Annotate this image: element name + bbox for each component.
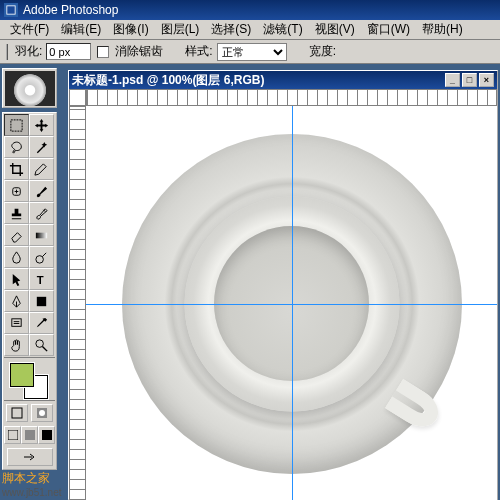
menu-window[interactable]: 窗口(W) xyxy=(361,19,416,40)
marquee-rect-tool[interactable] xyxy=(4,114,29,136)
zoom-tool[interactable] xyxy=(29,334,54,356)
pen-tool[interactable] xyxy=(4,290,29,312)
document-window: 未标题-1.psd @ 100%(图层 6,RGB) _ □ × xyxy=(68,70,498,500)
svg-point-8 xyxy=(36,339,44,347)
shape-tool[interactable] xyxy=(29,290,54,312)
menu-bar: 文件(F) 编辑(E) 图像(I) 图层(L) 选择(S) 滤镜(T) 视图(V… xyxy=(0,20,500,40)
stamp-tool[interactable] xyxy=(4,202,29,224)
screen-mode-full[interactable] xyxy=(38,426,55,444)
watermark: 脚本之家 www.jb51.net xyxy=(2,470,61,498)
svg-point-4 xyxy=(36,255,44,263)
watermark-en: www.jb51.net xyxy=(2,487,61,498)
crop-tool[interactable] xyxy=(4,158,29,180)
slice-tool[interactable] xyxy=(29,158,54,180)
menu-filter[interactable]: 滤镜(T) xyxy=(257,19,308,40)
svg-rect-3 xyxy=(36,232,47,238)
blur-tool[interactable] xyxy=(4,246,29,268)
dodge-tool[interactable] xyxy=(29,246,54,268)
width-label: 宽度: xyxy=(309,43,336,60)
screen-mode-standard[interactable] xyxy=(4,426,21,444)
menu-edit[interactable]: 编辑(E) xyxy=(55,19,107,40)
svg-rect-13 xyxy=(25,430,35,440)
document-title-bar[interactable]: 未标题-1.psd @ 100%(图层 6,RGB) _ □ × xyxy=(69,71,497,89)
edit-mode-standard[interactable] xyxy=(6,404,28,422)
style-select[interactable]: 正常 xyxy=(217,43,287,61)
feather-label: 羽化: xyxy=(15,43,42,60)
menu-layer[interactable]: 图层(L) xyxy=(155,19,206,40)
svg-point-11 xyxy=(39,410,45,416)
foreground-swatch[interactable] xyxy=(10,363,34,387)
watermark-cn: 脚本之家 xyxy=(2,470,61,487)
svg-rect-1 xyxy=(11,119,22,130)
navigator-thumbnail[interactable] xyxy=(5,71,55,106)
svg-rect-7 xyxy=(12,318,21,326)
color-swatches xyxy=(4,359,55,399)
move-tool[interactable] xyxy=(29,114,54,136)
style-label: 样式: xyxy=(185,43,212,60)
menu-help[interactable]: 帮助(H) xyxy=(416,19,469,40)
ruler-origin[interactable] xyxy=(69,89,86,106)
app-icon xyxy=(4,3,18,17)
magic-wand-tool[interactable] xyxy=(29,136,54,158)
healing-tool[interactable] xyxy=(4,180,29,202)
guide-horizontal[interactable] xyxy=(86,304,497,305)
type-tool[interactable]: T xyxy=(29,268,54,290)
svg-rect-9 xyxy=(12,408,22,418)
app-title: Adobe Photoshop xyxy=(23,3,118,17)
svg-rect-14 xyxy=(42,430,52,440)
menu-view[interactable]: 视图(V) xyxy=(309,19,361,40)
minimize-button[interactable]: _ xyxy=(445,73,460,87)
navigator-panel[interactable] xyxy=(2,68,57,108)
ruler-horizontal[interactable] xyxy=(86,89,497,106)
antialias-label: 消除锯齿 xyxy=(115,43,163,60)
eraser-tool[interactable] xyxy=(4,224,29,246)
brush-tool[interactable] xyxy=(29,180,54,202)
jump-to-imageready[interactable] xyxy=(7,448,53,466)
path-select-tool[interactable] xyxy=(4,268,29,290)
eyedropper-tool[interactable] xyxy=(29,312,54,334)
history-brush-tool[interactable] xyxy=(29,202,54,224)
gradient-tool[interactable] xyxy=(29,224,54,246)
options-bar: 羽化: 消除锯齿 样式: 正常 宽度: xyxy=(0,40,500,64)
toolbox: T xyxy=(2,112,57,470)
feather-input[interactable] xyxy=(46,43,91,60)
edit-mode-quickmask[interactable] xyxy=(31,404,53,422)
svg-rect-0 xyxy=(7,6,15,14)
svg-rect-6 xyxy=(37,296,46,305)
svg-rect-12 xyxy=(8,430,18,440)
menu-image[interactable]: 图像(I) xyxy=(107,19,154,40)
menu-file[interactable]: 文件(F) xyxy=(4,19,55,40)
app-title-bar: Adobe Photoshop xyxy=(0,0,500,20)
lasso-tool[interactable] xyxy=(4,136,29,158)
svg-text:T: T xyxy=(37,274,44,286)
notes-tool[interactable] xyxy=(4,312,29,334)
artwork-handle xyxy=(384,378,445,434)
options-grip[interactable] xyxy=(6,44,9,60)
antialias-checkbox[interactable] xyxy=(97,46,109,58)
close-button[interactable]: × xyxy=(479,73,494,87)
ruler-vertical[interactable] xyxy=(69,106,86,500)
document-title: 未标题-1.psd @ 100%(图层 6,RGB) xyxy=(72,72,264,89)
menu-select[interactable]: 选择(S) xyxy=(205,19,257,40)
canvas[interactable] xyxy=(86,106,497,500)
hand-tool[interactable] xyxy=(4,334,29,356)
screen-mode-full-menu[interactable] xyxy=(21,426,38,444)
maximize-button[interactable]: □ xyxy=(462,73,477,87)
